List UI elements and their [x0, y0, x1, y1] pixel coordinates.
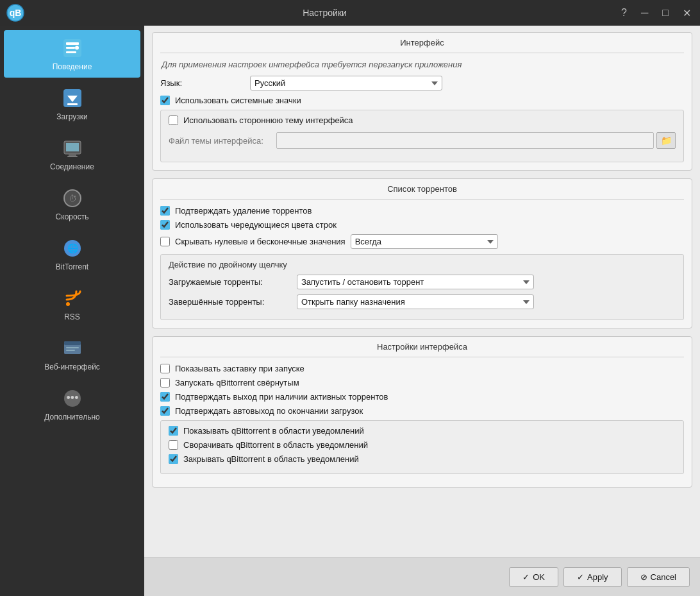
- main-container: Поведение Загрузки Соедин: [0, 26, 700, 596]
- close-button[interactable]: ✕: [680, 6, 694, 21]
- apply-button[interactable]: ✓ Apply: [563, 567, 622, 587]
- sidebar-item-label-speed: Скорость: [56, 212, 89, 221]
- language-select[interactable]: Русский English Deutsch Français: [250, 76, 442, 90]
- apply-checkmark-icon: ✓: [577, 572, 584, 582]
- downloading-action-row: Загружаемые торренты: Запустить / остано…: [169, 275, 676, 289]
- confirm-autoexit-label[interactable]: Подтверждать автовыход по окончании загр…: [175, 406, 363, 416]
- show-tray-label[interactable]: Показывать qBittorrent в области уведомл…: [183, 426, 364, 436]
- svg-rect-22: [66, 347, 79, 348]
- svg-text:•••: •••: [66, 391, 78, 404]
- alternating-rows-label[interactable]: Использовать чередующиеся цвета строк: [175, 220, 337, 230]
- finished-action-label: Завершённые торренты:: [169, 297, 297, 307]
- svg-point-5: [75, 46, 79, 50]
- start-minimized-checkbox[interactable]: [160, 378, 170, 387]
- use-custom-theme-row: Использовать стороннюю тему интерфейса: [169, 115, 676, 125]
- confirm-exit-checkbox[interactable]: [160, 392, 170, 402]
- close-tray-checkbox[interactable]: [169, 454, 178, 464]
- sidebar-item-label-downloads: Загрузки: [56, 112, 87, 121]
- sidebar: Поведение Загрузки Соедин: [0, 26, 144, 596]
- show-splash-checkbox[interactable]: [160, 364, 170, 373]
- svg-rect-6: [66, 51, 76, 53]
- tray-subsection: Показывать qBittorrent в области уведомл…: [160, 420, 684, 474]
- sidebar-item-downloads[interactable]: Загрузки: [4, 80, 140, 128]
- show-tray-checkbox[interactable]: [169, 426, 178, 436]
- minimize-tray-row: Сворачивать qBittorrent в область уведом…: [169, 440, 676, 450]
- torrent-list-section-title: Список торрентов: [160, 179, 684, 199]
- sidebar-item-bittorrent[interactable]: 🌐 BitTorrent: [4, 230, 140, 278]
- sidebar-item-label-webui: Веб-интерфейс: [44, 362, 100, 371]
- sidebar-item-label-behavior: Поведение: [53, 62, 92, 71]
- minimize-tray-label[interactable]: Сворачивать qBittorrent в область уведом…: [183, 440, 368, 450]
- rss-icon: [61, 287, 84, 310]
- interface-section: Интерфейс Для применения настроек интерф…: [152, 32, 692, 171]
- sidebar-item-speed[interactable]: ⏱ Скорость: [4, 180, 140, 228]
- sidebar-item-label-bittorrent: BitTorrent: [56, 262, 88, 271]
- theme-file-row: Файл темы интерфейса: 📁: [169, 130, 676, 151]
- bottom-bar: ✓ OK ✓ Apply ⊘ Cancel: [144, 558, 700, 596]
- svg-text:⏱: ⏱: [68, 194, 76, 203]
- sidebar-item-connection[interactable]: Соединение: [4, 130, 140, 178]
- speed-icon: ⏱: [61, 187, 84, 210]
- use-custom-theme-checkbox[interactable]: [169, 115, 178, 125]
- use-system-icons-checkbox[interactable]: [160, 96, 170, 105]
- hide-zeros-row: Скрывать нулевые и бесконечные значения …: [160, 234, 684, 249]
- svg-rect-13: [67, 156, 78, 157]
- language-label: Язык:: [160, 78, 250, 88]
- alternating-rows-checkbox[interactable]: [160, 220, 170, 230]
- content-area: Интерфейс Для применения настроек интерф…: [144, 26, 700, 596]
- sidebar-item-rss[interactable]: RSS: [4, 280, 140, 328]
- minimize-button[interactable]: ─: [638, 6, 651, 20]
- start-minimized-label[interactable]: Запускать qBittorrent свёрнутым: [175, 378, 299, 387]
- confirm-delete-checkbox[interactable]: [160, 206, 170, 216]
- behavior-icon: [61, 37, 84, 60]
- svg-rect-9: [67, 103, 78, 105]
- window-controls: ? ─ □ ✕: [619, 6, 694, 21]
- finished-action-select[interactable]: Открыть папку назначения Запустить / ост…: [297, 294, 534, 309]
- sidebar-item-behavior[interactable]: Поведение: [4, 30, 140, 78]
- confirm-autoexit-checkbox[interactable]: [160, 406, 170, 416]
- hide-zeros-select[interactable]: Всегда Никогда Только когда неактивно: [351, 234, 498, 249]
- confirm-exit-row: Подтверждать выход при наличии активных …: [160, 392, 684, 402]
- hide-zeros-checkbox[interactable]: [160, 237, 170, 246]
- content-scroll[interactable]: Интерфейс Для применения настроек интерф…: [144, 26, 700, 558]
- theme-file-input[interactable]: [276, 132, 654, 149]
- theme-file-browse-button[interactable]: 📁: [656, 132, 676, 149]
- app-logo: qB: [6, 4, 24, 22]
- window-title: Настройки: [31, 8, 619, 18]
- close-tray-row: Закрывать qBittorrent в область уведомле…: [169, 454, 676, 464]
- webui-icon: [61, 337, 84, 360]
- ok-button[interactable]: ✓ OK: [509, 567, 558, 587]
- ok-checkmark-icon: ✓: [522, 572, 529, 582]
- sidebar-item-advanced[interactable]: ••• Дополнительно: [4, 380, 140, 428]
- use-custom-theme-label[interactable]: Использовать стороннюю тему интерфейса: [183, 115, 353, 125]
- confirm-delete-label[interactable]: Подтверждать удаление торрентов: [175, 206, 312, 216]
- svg-rect-12: [69, 154, 76, 156]
- svg-rect-3: [66, 42, 79, 45]
- cancel-cross-icon: ⊘: [640, 572, 647, 582]
- show-splash-label[interactable]: Показывать заставку при запуске: [175, 364, 304, 373]
- use-system-icons-label[interactable]: Использовать системные значки: [175, 96, 301, 105]
- downloading-action-label: Загружаемые торренты:: [169, 277, 297, 287]
- torrent-list-section: Список торрентов Подтверждать удаление т…: [152, 178, 692, 328]
- sidebar-item-webui[interactable]: Веб-интерфейс: [4, 330, 140, 378]
- finished-action-row: Завершённые торренты: Открыть папку назн…: [169, 294, 676, 309]
- double-click-title: Действие по двойному щелчку: [169, 260, 676, 275]
- maximize-button[interactable]: □: [660, 6, 671, 20]
- minimize-tray-checkbox[interactable]: [169, 440, 178, 450]
- sidebar-item-label-rss: RSS: [64, 312, 80, 321]
- show-tray-row: Показывать qBittorrent в области уведомл…: [169, 426, 676, 436]
- advanced-icon: •••: [61, 387, 84, 410]
- start-minimized-row: Запускать qBittorrent свёрнутым: [160, 378, 684, 387]
- confirm-exit-label[interactable]: Подтверждать выход при наличии активных …: [175, 392, 388, 402]
- downloading-action-select[interactable]: Запустить / остановить торрент Открыть п…: [297, 275, 534, 289]
- hide-zeros-label[interactable]: Скрывать нулевые и бесконечные значения: [175, 237, 346, 246]
- cancel-button[interactable]: ⊘ Cancel: [627, 567, 690, 587]
- help-button[interactable]: ?: [619, 6, 629, 20]
- svg-point-19: [66, 302, 70, 306]
- interface-section-title: Интерфейс: [160, 33, 684, 53]
- sidebar-item-label-connection: Соединение: [50, 162, 94, 171]
- theme-file-label: Файл темы интерфейса:: [169, 136, 271, 146]
- close-tray-label[interactable]: Закрывать qBittorrent в область уведомле…: [183, 454, 359, 464]
- svg-rect-4: [66, 47, 75, 49]
- cancel-label: Cancel: [651, 572, 676, 582]
